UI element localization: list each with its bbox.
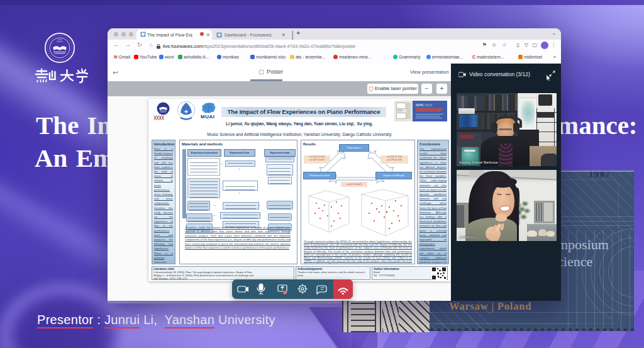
svg-text:✦: ✦ <box>184 108 189 115</box>
